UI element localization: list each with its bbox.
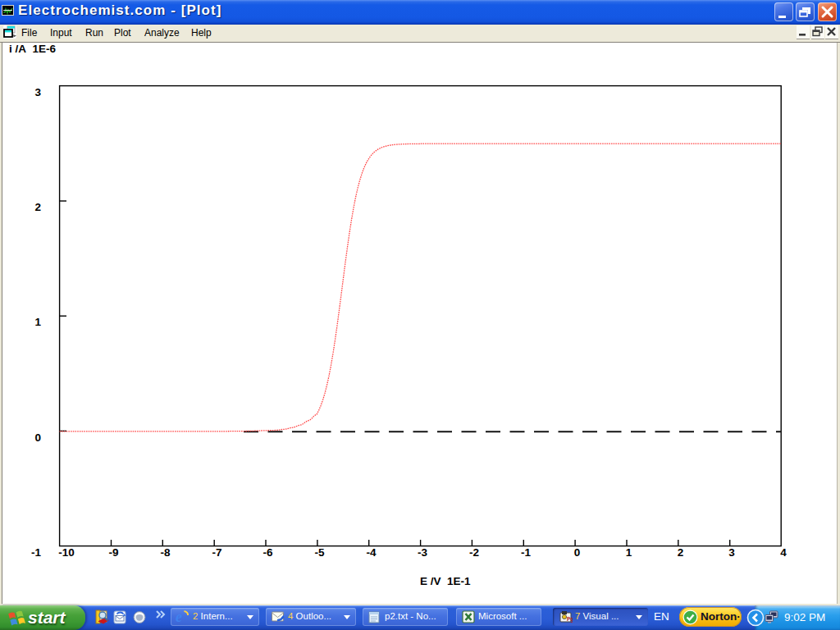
- svg-text:1: 1: [626, 546, 632, 559]
- svg-text:-9: -9: [108, 546, 118, 559]
- svg-text:-8: -8: [160, 546, 170, 559]
- svg-text:-6: -6: [262, 546, 272, 559]
- svg-text:0: 0: [34, 431, 41, 444]
- svg-text:0: 0: [574, 546, 581, 559]
- svg-text:-5: -5: [314, 546, 324, 559]
- svg-text:2: 2: [34, 201, 41, 213]
- svg-text:-1: -1: [521, 546, 531, 559]
- svg-text:e: e: [176, 609, 182, 624]
- svg-text:1: 1: [34, 316, 41, 328]
- svg-text:3: 3: [34, 86, 41, 98]
- svg-text:-1: -1: [31, 546, 41, 559]
- svg-text:-7: -7: [212, 546, 221, 559]
- svg-text:3: 3: [728, 546, 735, 559]
- svg-text:4: 4: [780, 546, 787, 559]
- svg-text:i /A 1E-6: i /A 1E-6: [9, 43, 57, 55]
- svg-text:2: 2: [678, 546, 684, 559]
- svg-text:Pg: Pg: [567, 616, 573, 623]
- svg-text:-10: -10: [58, 546, 75, 559]
- svg-text:E /V 1E-1: E /V 1E-1: [420, 575, 471, 587]
- svg-text:-3: -3: [418, 546, 427, 559]
- svg-text:-2: -2: [469, 546, 479, 559]
- svg-text:-4: -4: [366, 546, 376, 559]
